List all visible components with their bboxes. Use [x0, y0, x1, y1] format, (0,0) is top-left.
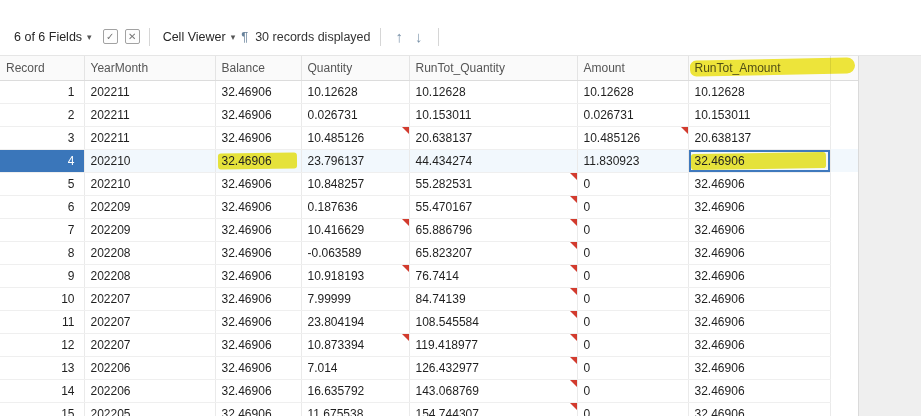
- table-row[interactable]: 1520220532.4690611.675538154.744307032.4…: [0, 402, 858, 416]
- cell-runTotQuantity[interactable]: 84.74139: [409, 287, 577, 310]
- cell-runTotQuantity[interactable]: 44.434274: [409, 149, 577, 172]
- cell-runTotQuantity[interactable]: 65.886796: [409, 218, 577, 241]
- column-header-balance[interactable]: Balance: [215, 56, 301, 80]
- cell-yearMonth[interactable]: 202209: [84, 218, 215, 241]
- cell-balance[interactable]: 32.46906: [215, 310, 301, 333]
- cell-yearMonth[interactable]: 202209: [84, 195, 215, 218]
- cell-balance[interactable]: 32.46906: [215, 356, 301, 379]
- table-row[interactable]: 320221132.4690610.48512620.63813710.4851…: [0, 126, 858, 149]
- cell-runTotAmount[interactable]: 32.46906: [688, 402, 830, 416]
- scroll-up-icon[interactable]: ↑: [396, 28, 404, 45]
- pilcrow-icon[interactable]: ¶: [241, 29, 248, 44]
- cell-yearMonth[interactable]: 202211: [84, 103, 215, 126]
- cell-record[interactable]: 4: [0, 149, 84, 172]
- cell-quantity[interactable]: 10.848257: [301, 172, 409, 195]
- table-row[interactable]: 720220932.4690610.41662965.886796032.469…: [0, 218, 858, 241]
- cell-balance[interactable]: 32.46906: [215, 80, 301, 103]
- cell-runTotAmount[interactable]: 32.46906: [688, 310, 830, 333]
- cell-record[interactable]: 6: [0, 195, 84, 218]
- cell-amount[interactable]: 0: [577, 264, 688, 287]
- cell-quantity[interactable]: 11.675538: [301, 402, 409, 416]
- column-header-record[interactable]: Record: [0, 56, 84, 80]
- cell-runTotAmount[interactable]: 32.46906: [688, 356, 830, 379]
- data-grid-viewport[interactable]: RecordYearMonthBalanceQuantityRunTot_Qua…: [0, 56, 858, 416]
- fields-dropdown[interactable]: 6 of 6 Fields ▾: [10, 27, 96, 47]
- cell-quantity[interactable]: 0.187636: [301, 195, 409, 218]
- cell-balance[interactable]: 32.46906: [215, 218, 301, 241]
- cell-amount[interactable]: 0: [577, 333, 688, 356]
- cell-quantity[interactable]: 16.635792: [301, 379, 409, 402]
- cell-runTotQuantity[interactable]: 55.282531: [409, 172, 577, 195]
- cell-yearMonth[interactable]: 202206: [84, 379, 215, 402]
- cell-quantity[interactable]: 0.026731: [301, 103, 409, 126]
- cell-amount[interactable]: 0.026731: [577, 103, 688, 126]
- cell-record[interactable]: 10: [0, 287, 84, 310]
- cell-record[interactable]: 3: [0, 126, 84, 149]
- cell-runTotAmount[interactable]: 20.638137: [688, 126, 830, 149]
- table-row[interactable]: 120221132.4690610.1262810.1262810.126281…: [0, 80, 858, 103]
- cell-runTotAmount[interactable]: 32.46906: [688, 264, 830, 287]
- cell-amount[interactable]: 10.485126: [577, 126, 688, 149]
- cell-yearMonth[interactable]: 202207: [84, 310, 215, 333]
- cell-balance[interactable]: 32.46906: [215, 126, 301, 149]
- column-header-runTotAmount[interactable]: RunTot_Amount: [688, 56, 830, 80]
- cell-quantity[interactable]: 7.99999: [301, 287, 409, 310]
- cell-runTotAmount[interactable]: 32.46906: [688, 333, 830, 356]
- cell-quantity[interactable]: -0.063589: [301, 241, 409, 264]
- deselect-fields-icon[interactable]: ✕: [125, 29, 140, 44]
- cell-runTotQuantity[interactable]: 126.432977: [409, 356, 577, 379]
- cell-runTotQuantity[interactable]: 65.823207: [409, 241, 577, 264]
- cell-amount[interactable]: 0: [577, 241, 688, 264]
- cell-runTotQuantity[interactable]: 154.744307: [409, 402, 577, 416]
- table-row[interactable]: 520221032.4690610.84825755.282531032.469…: [0, 172, 858, 195]
- cell-yearMonth[interactable]: 202210: [84, 172, 215, 195]
- cell-quantity[interactable]: 7.014: [301, 356, 409, 379]
- cell-yearMonth[interactable]: 202208: [84, 241, 215, 264]
- cell-runTotAmount[interactable]: 32.46906: [688, 149, 830, 172]
- cell-yearMonth[interactable]: 202211: [84, 80, 215, 103]
- cell-runTotQuantity[interactable]: 143.068769: [409, 379, 577, 402]
- cell-runTotQuantity[interactable]: 20.638137: [409, 126, 577, 149]
- cell-runTotAmount[interactable]: 32.46906: [688, 172, 830, 195]
- table-row[interactable]: 1020220732.469067.9999984.74139032.46906: [0, 287, 858, 310]
- column-header-amount[interactable]: Amount: [577, 56, 688, 80]
- cell-amount[interactable]: 0: [577, 218, 688, 241]
- cell-record[interactable]: 14: [0, 379, 84, 402]
- cell-quantity[interactable]: 10.416629: [301, 218, 409, 241]
- cell-quantity[interactable]: 10.485126: [301, 126, 409, 149]
- cell-amount[interactable]: 0: [577, 287, 688, 310]
- cell-balance[interactable]: 32.46906: [215, 172, 301, 195]
- cell-balance[interactable]: 32.46906: [215, 241, 301, 264]
- cell-amount[interactable]: 0: [577, 356, 688, 379]
- cell-balance[interactable]: 32.46906: [215, 195, 301, 218]
- cell-record[interactable]: 1: [0, 80, 84, 103]
- cell-runTotQuantity[interactable]: 108.545584: [409, 310, 577, 333]
- cell-runTotAmount[interactable]: 32.46906: [688, 241, 830, 264]
- cell-balance[interactable]: 32.46906: [215, 402, 301, 416]
- cell-yearMonth[interactable]: 202207: [84, 333, 215, 356]
- cell-yearMonth[interactable]: 202211: [84, 126, 215, 149]
- cell-quantity[interactable]: 23.804194: [301, 310, 409, 333]
- cell-quantity[interactable]: 10.12628: [301, 80, 409, 103]
- cell-balance[interactable]: 32.46906: [215, 264, 301, 287]
- cell-yearMonth[interactable]: 202207: [84, 287, 215, 310]
- scroll-down-icon[interactable]: ↓: [415, 28, 423, 45]
- table-row[interactable]: 420221032.4690623.79613744.43427411.8309…: [0, 149, 858, 172]
- cell-viewer-dropdown[interactable]: Cell Viewer ▾: [159, 27, 240, 47]
- cell-runTotQuantity[interactable]: 10.12628: [409, 80, 577, 103]
- table-row[interactable]: 1420220632.4690616.635792143.068769032.4…: [0, 379, 858, 402]
- table-row[interactable]: 220221132.469060.02673110.1530110.026731…: [0, 103, 858, 126]
- cell-record[interactable]: 13: [0, 356, 84, 379]
- cell-runTotQuantity[interactable]: 10.153011: [409, 103, 577, 126]
- select-fields-icon[interactable]: ✓: [103, 29, 118, 44]
- column-header-yearMonth[interactable]: YearMonth: [84, 56, 215, 80]
- cell-balance[interactable]: 32.46906: [215, 149, 301, 172]
- cell-runTotAmount[interactable]: 32.46906: [688, 218, 830, 241]
- cell-quantity[interactable]: 23.796137: [301, 149, 409, 172]
- cell-runTotAmount[interactable]: 32.46906: [688, 379, 830, 402]
- cell-runTotAmount[interactable]: 10.12628: [688, 80, 830, 103]
- cell-runTotAmount[interactable]: 10.153011: [688, 103, 830, 126]
- cell-amount[interactable]: 0: [577, 172, 688, 195]
- cell-yearMonth[interactable]: 202208: [84, 264, 215, 287]
- cell-runTotQuantity[interactable]: 76.7414: [409, 264, 577, 287]
